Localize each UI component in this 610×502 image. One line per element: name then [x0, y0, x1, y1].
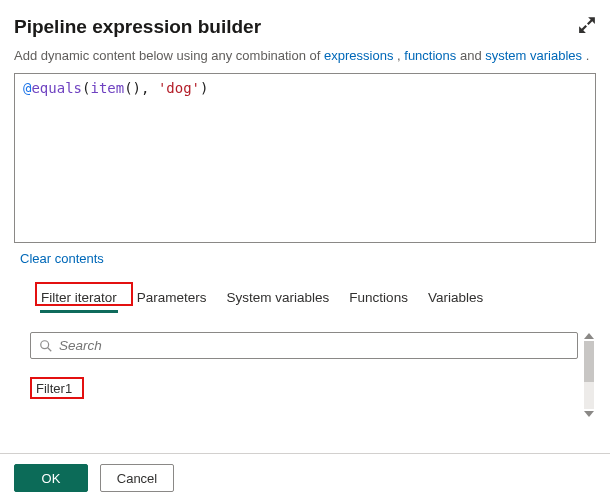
search-icon: [39, 339, 53, 353]
tab-system-variables[interactable]: System variables: [226, 286, 331, 311]
tabs: Filter iterator Parameters System variab…: [14, 280, 596, 318]
link-expressions[interactable]: expressions: [324, 48, 393, 63]
ok-button[interactable]: OK: [14, 464, 88, 492]
tab-variables[interactable]: Variables: [427, 286, 484, 311]
cancel-button[interactable]: Cancel: [100, 464, 174, 492]
search-box[interactable]: [30, 332, 578, 359]
scroll-up-icon[interactable]: [584, 333, 594, 339]
link-functions[interactable]: functions: [404, 48, 456, 63]
page-title: Pipeline expression builder: [14, 16, 261, 38]
expression-editor[interactable]: @equals(item(), 'dog'): [14, 73, 596, 243]
scroll-down-icon[interactable]: [584, 411, 594, 417]
link-system-variables[interactable]: system variables: [485, 48, 582, 63]
search-input[interactable]: [59, 338, 569, 353]
clear-contents-link[interactable]: Clear contents: [20, 251, 104, 266]
scroll-track[interactable]: [584, 341, 594, 409]
help-text-prefix: Add dynamic content below using any comb…: [14, 48, 324, 63]
scroll-thumb[interactable]: [584, 341, 594, 382]
scrollbar[interactable]: [582, 332, 596, 418]
tab-filter-iterator[interactable]: Filter iterator: [40, 286, 118, 311]
help-text: Add dynamic content below using any comb…: [14, 48, 596, 63]
tab-parameters[interactable]: Parameters: [136, 286, 208, 311]
expand-icon[interactable]: [578, 16, 596, 34]
tab-functions[interactable]: Functions: [348, 286, 409, 311]
svg-line-1: [48, 347, 52, 351]
result-item-filter1[interactable]: Filter1: [30, 377, 78, 400]
svg-point-0: [41, 340, 49, 348]
